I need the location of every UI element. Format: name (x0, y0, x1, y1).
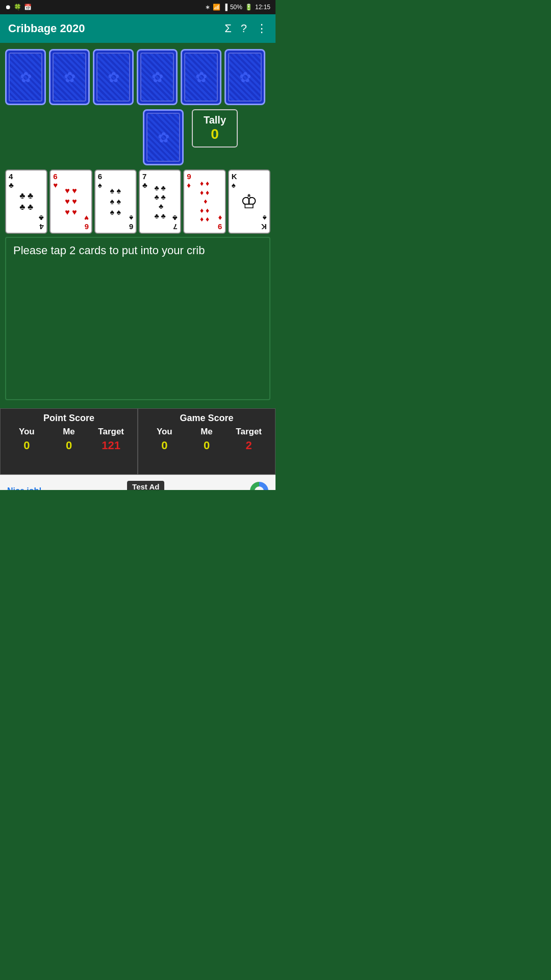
tally-value: 0 (203, 126, 227, 142)
game-score-values: 0 0 2 (143, 439, 270, 452)
opponent-card-1[interactable]: ✿ (5, 49, 46, 105)
game-you-label: You (143, 427, 186, 437)
game-target-label: Target (228, 427, 270, 437)
game-score-labels: You Me Target (143, 427, 270, 437)
score-panels: Point Score You Me Target 0 0 121 Game S… (0, 408, 276, 475)
ad-nice-job: Nice job! (7, 486, 42, 491)
ad-logo (250, 482, 268, 491)
point-score-labels: You Me Target (6, 427, 132, 437)
app-bar: Cribbage 2020 Σ ? ⋮ (0, 14, 276, 43)
player-card-9d[interactable]: 9♦ ♦ ♦♦ ♦ ♦♦ ♦♦ ♦ 9♦ (183, 169, 226, 234)
calendar-icon: 📅 (24, 4, 32, 11)
leaf-icon: 🍀 (14, 4, 21, 11)
middle-row: ✿ Tally 0 (5, 109, 270, 165)
message-area: Please tap 2 cards to put into your crib (5, 237, 270, 400)
status-right-icons: ∗ 📶 ▐ 50% 🔋 12:15 (205, 4, 270, 11)
opponent-card-3[interactable]: ✿ (93, 49, 134, 105)
game-score-panel: Game Score You Me Target 0 0 2 (138, 408, 276, 475)
app-title: Cribbage 2020 (8, 22, 85, 35)
game-me-label: Me (186, 427, 228, 437)
app-bar-icons: Σ ? ⋮ (224, 22, 267, 35)
point-you-label: You (6, 427, 48, 437)
game-me-value: 0 (186, 439, 228, 452)
tally-box: Tally 0 (192, 109, 238, 148)
message-text: Please tap 2 cards to put into your crib (13, 244, 262, 257)
opponent-card-6[interactable]: ✿ (224, 49, 265, 105)
player-card-ks[interactable]: K♠ ♔ K♠ (228, 169, 270, 234)
point-target-label: Target (90, 427, 132, 437)
game-you-value: 0 (143, 439, 186, 452)
tally-label: Tally (203, 114, 227, 126)
status-bar: ⏺ 🍀 📅 ∗ 📶 ▐ 50% 🔋 12:15 (0, 0, 276, 14)
bluetooth-icon: ∗ (205, 4, 210, 11)
point-score-title: Point Score (6, 413, 132, 424)
cut-card[interactable]: ✿ (143, 109, 184, 165)
point-you-value: 0 (6, 439, 48, 452)
point-target-value: 121 (90, 439, 132, 452)
clock: 12:15 (255, 4, 270, 11)
record-icon: ⏺ (5, 4, 11, 11)
game-score-title: Game Score (143, 413, 270, 424)
game-target-value: 2 (228, 439, 270, 452)
player-card-6h[interactable]: 6♥ ♥ ♥♥ ♥♥ ♥ 6♥ (49, 169, 92, 234)
signal-icon: ▐ (223, 4, 228, 11)
sigma-button[interactable]: Σ (224, 22, 232, 35)
opponent-card-2[interactable]: ✿ (49, 49, 90, 105)
player-card-4c[interactable]: 4♣ ♣ ♣♣ ♣ 4♣ (5, 169, 47, 234)
player-cards-row: 4♣ ♣ ♣♣ ♣ 4♣ 6♥ ♥ ♥♥ ♥♥ ♥ 6♥ 6♠ ♠ ♠♠ ♠♠ … (5, 169, 270, 234)
opponent-card-5[interactable]: ✿ (181, 49, 221, 105)
player-card-6s[interactable]: 6♠ ♠ ♠♠ ♠♠ ♠ 6♠ (94, 169, 137, 234)
help-button[interactable]: ? (241, 22, 247, 35)
battery-icon: 🔋 (245, 4, 253, 11)
player-card-7c[interactable]: 7♣ ♣ ♣♣ ♣ ♣♣ ♣ 7♣ (139, 169, 181, 234)
ad-label: Test Ad (127, 481, 164, 490)
opponent-cards-row: ✿ ✿ ✿ ✿ ✿ ✿ (5, 49, 270, 105)
ad-banner: Nice job! Test Ad This is a 320x50 test … (0, 475, 276, 490)
battery-text: 50% (230, 4, 242, 11)
wifi-icon: 📶 (213, 4, 220, 11)
opponent-card-4[interactable]: ✿ (137, 49, 178, 105)
point-me-value: 0 (48, 439, 90, 452)
status-left-icons: ⏺ 🍀 📅 (5, 4, 32, 11)
menu-button[interactable]: ⋮ (256, 22, 267, 35)
ad-logo-inner (255, 486, 264, 491)
point-score-values: 0 0 121 (6, 439, 132, 452)
point-me-label: Me (48, 427, 90, 437)
game-area: ✿ ✿ ✿ ✿ ✿ ✿ ✿ Tally 0 4♣ ♣ ♣♣ ♣ (0, 43, 276, 408)
point-score-panel: Point Score You Me Target 0 0 121 (0, 408, 138, 475)
